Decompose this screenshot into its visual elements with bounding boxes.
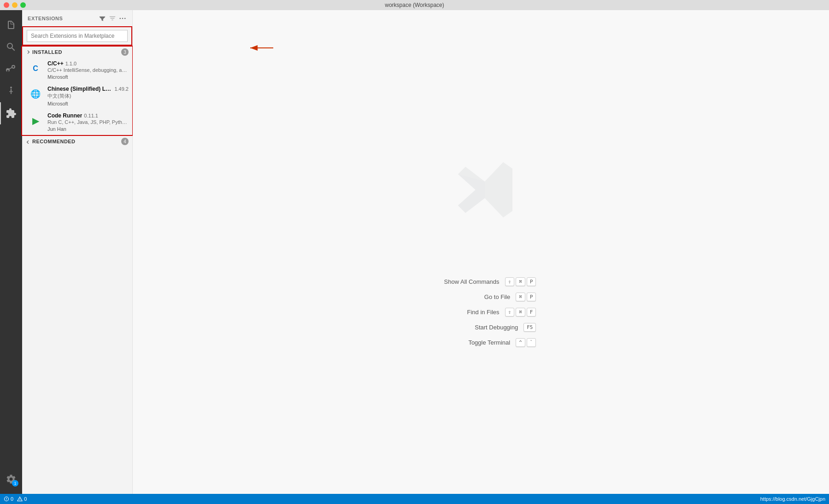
recommended-section-left: RECOMMENDED	[26, 139, 75, 144]
warning-icon	[17, 496, 23, 502]
search-input[interactable]	[27, 30, 128, 42]
activity-settings[interactable]: 1	[0, 468, 22, 490]
activity-debug[interactable]	[0, 80, 22, 102]
commands-section: Show All Commands ⇧ ⌘ P Go to File ⌘ P F…	[426, 277, 536, 347]
command-show-all-keys: ⇧ ⌘ P	[505, 277, 536, 286]
extensions-sidebar: EXTENSIONS	[22, 10, 133, 494]
sidebar-title: EXTENSIONS	[28, 16, 63, 21]
ext-desc-cpp: C/C++ IntelliSense, debugging, and ...	[47, 67, 129, 73]
window-controls	[4, 2, 26, 8]
ext-desc-chinese: 中文(简体)	[47, 93, 129, 100]
activity-source-control[interactable]	[0, 58, 22, 80]
activity-bar-bottom: 1	[0, 468, 22, 494]
vscode-logo	[435, 158, 527, 250]
svg-point-10	[20, 500, 20, 500]
ext-icon-cpp: C	[27, 60, 44, 77]
title-bar: workspace (Workspace)	[0, 0, 829, 10]
window-title: workspace (Workspace)	[385, 2, 444, 8]
ext-name-code-runner: Code Runner	[47, 112, 82, 119]
extension-item-cpp[interactable]: C C/C++ 1.1.0 C/C++ IntelliSense, debugg…	[22, 58, 132, 83]
recommended-count-badge: 4	[121, 138, 129, 145]
svg-point-0	[119, 18, 121, 19]
activity-extensions[interactable]	[0, 102, 22, 124]
activity-bar: 1	[0, 10, 22, 494]
installed-section: INSTALLED 3 C C/C++ 1.1.0 C/C++ IntelliS…	[21, 46, 133, 136]
kbd-cmd3: ⌘	[516, 308, 525, 316]
kbd-p2: P	[527, 293, 536, 301]
more-actions-button[interactable]	[118, 14, 127, 23]
notification-badge: 1	[12, 480, 18, 486]
ext-name-row-code-runner: Code Runner 0.11.1	[47, 112, 129, 119]
ext-publisher-cpp: Microsoft	[47, 74, 68, 80]
command-show-all: Show All Commands ⇧ ⌘ P	[426, 277, 536, 286]
main-content: Show All Commands ⇧ ⌘ P Go to File ⌘ P F…	[133, 10, 829, 494]
status-bar-right: https://blog.csdn.net/GjgCjpn	[760, 496, 825, 502]
extension-item-chinese[interactable]: 🌐 Chinese (Simplified) Langu... 1.49.2 中…	[22, 83, 132, 110]
command-debug-keys: F5	[523, 323, 536, 332]
kbd-cmd2: ⌘	[516, 293, 525, 301]
activity-search[interactable]	[0, 36, 22, 58]
status-warnings[interactable]: 0	[17, 496, 27, 502]
ext-icon-chinese: 🌐	[27, 86, 44, 102]
command-terminal: Toggle Terminal ^ `	[436, 338, 536, 347]
ext-version-code-runner: 0.11.1	[84, 113, 98, 118]
filter-button[interactable]	[98, 14, 106, 23]
maximize-button[interactable]	[20, 2, 26, 8]
ext-publisher-code-runner: Jun Han	[47, 126, 66, 132]
warning-count: 0	[24, 496, 27, 502]
ext-icon-code-runner: ▶	[27, 112, 44, 129]
kbd-p: P	[527, 277, 536, 286]
kbd-f: F	[527, 308, 536, 316]
recommended-section: RECOMMENDED 4	[22, 136, 132, 147]
status-bar-left: 0 0	[4, 496, 27, 502]
svg-point-2	[124, 18, 126, 19]
minimize-button[interactable]	[12, 2, 18, 8]
sort-button[interactable]	[108, 14, 117, 23]
ext-publisher-row-cpp: Microsoft ⚙	[47, 73, 129, 80]
kbd-shift: ⇧	[505, 277, 515, 286]
kbd-f5: F5	[523, 323, 536, 332]
kbd-backtick: `	[527, 338, 536, 347]
error-count: 0	[11, 496, 13, 502]
error-icon	[4, 496, 9, 502]
extension-item-code-runner[interactable]: ▶ Code Runner 0.11.1 Run C, C++, Java, J…	[22, 110, 132, 135]
sidebar-header: EXTENSIONS	[22, 10, 132, 26]
command-find-files-keys: ⇧ ⌘ F	[505, 308, 536, 316]
installed-chevron-icon	[26, 50, 30, 54]
status-bar: 0 0 https://blog.csdn.net/GjgCjpn	[0, 494, 829, 504]
kbd-cmd: ⌘	[516, 277, 525, 286]
command-terminal-keys: ^ `	[516, 338, 536, 347]
kbd-ctrl: ^	[516, 338, 525, 347]
command-find-files-label: Find in Files	[426, 309, 500, 316]
ext-name-cpp: C/C++	[47, 60, 64, 67]
search-wrapper	[22, 26, 132, 46]
ext-publisher-chinese: Microsoft	[47, 101, 68, 106]
activity-explorer[interactable]	[0, 14, 22, 36]
status-errors[interactable]: 0	[4, 496, 13, 502]
command-find-files: Find in Files ⇧ ⌘ F	[426, 308, 536, 316]
ext-publisher-row-chinese: Microsoft ⚙	[47, 100, 129, 107]
command-show-all-label: Show All Commands	[426, 278, 500, 285]
svg-point-1	[122, 18, 123, 19]
kbd-shift2: ⇧	[505, 308, 515, 316]
close-button[interactable]	[4, 2, 9, 8]
ext-desc-code-runner: Run C, C++, Java, JS, PHP, Python, ...	[47, 119, 129, 125]
installed-section-title: INSTALLED	[32, 49, 62, 55]
command-debug: Start Debugging F5	[444, 323, 536, 332]
command-goto-file-label: Go to File	[436, 293, 510, 300]
installed-count-badge: 3	[121, 48, 129, 56]
command-debug-label: Start Debugging	[444, 324, 518, 331]
ext-name-chinese: Chinese (Simplified) Langu...	[47, 86, 112, 92]
status-url: https://blog.csdn.net/GjgCjpn	[760, 496, 825, 502]
ext-info-cpp: C/C++ 1.1.0 C/C++ IntelliSense, debuggin…	[47, 60, 129, 80]
recommended-section-title: RECOMMENDED	[32, 139, 75, 144]
sidebar-actions	[98, 14, 127, 23]
ext-name-row-cpp: C/C++ 1.1.0	[47, 60, 129, 67]
command-goto-file: Go to File ⌘ P	[436, 293, 536, 301]
installed-section-header[interactable]: INSTALLED 3	[22, 47, 132, 58]
arrow-annotation	[241, 34, 278, 62]
ext-version-cpp: 1.1.0	[65, 61, 76, 66]
recommended-section-header[interactable]: RECOMMENDED 4	[22, 136, 132, 147]
command-goto-file-keys: ⌘ P	[516, 293, 536, 301]
svg-point-7	[6, 500, 6, 500]
